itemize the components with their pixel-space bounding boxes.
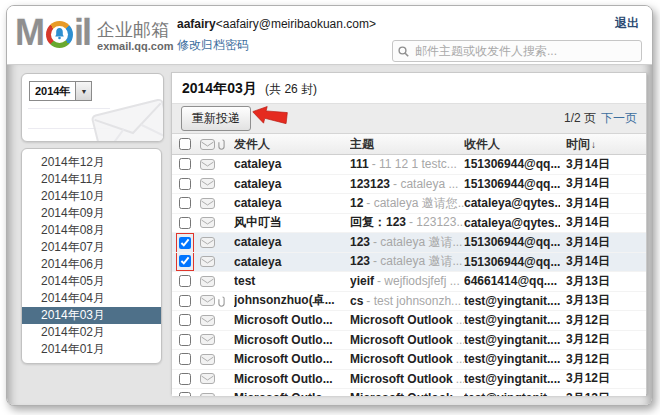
recipient-cell: test@yingtanit....: [464, 294, 560, 308]
mail-table-row[interactable]: Microsoft Outlo... Microsoft Outlook... …: [172, 311, 646, 331]
column-time[interactable]: 时间↓: [560, 136, 646, 153]
search-box[interactable]: [392, 40, 642, 62]
recipient-cell: 151306944@qq...: [464, 177, 560, 191]
recipient-cell: test@yingtanit....: [464, 352, 560, 366]
month-list-item[interactable]: 2014年03月: [22, 307, 161, 324]
mail-table-row[interactable]: cataleya 123123- cataleya ... 151306944@…: [172, 175, 646, 195]
user-name: aafairy: [177, 17, 216, 31]
logout-link[interactable]: 退出: [615, 15, 639, 32]
month-list-item[interactable]: 2014年11月: [22, 171, 161, 188]
time-cell: 3月14日: [560, 253, 646, 270]
exmail-logo: M il 企业邮箱 exmail.qq.com: [15, 12, 173, 54]
mail-table-row[interactable]: Microsoft Outlo... Microsoft Outlook... …: [172, 350, 646, 370]
sender-cell: Microsoft Outlo...: [234, 391, 350, 396]
month-list-item[interactable]: 2014年09月: [22, 205, 161, 222]
subject-cell: 123- cataleya 邀请...: [350, 253, 464, 270]
time-cell: 3月14日: [560, 156, 646, 173]
recipient-cell: test@yingtanit....: [464, 391, 560, 396]
page-info: 1/2 页: [564, 111, 596, 125]
row-checkbox[interactable]: [179, 353, 191, 365]
subject-cell: 123- cataleya 邀请...: [350, 234, 464, 251]
table-header: 发件人 主题 收件人 时间↓: [172, 134, 646, 155]
row-checkbox[interactable]: [179, 255, 191, 267]
row-checkbox[interactable]: [179, 334, 191, 346]
recipient-cell: 151306944@qq...: [464, 255, 560, 269]
mail-table-row[interactable]: Microsoft Outlo... Microsoft Outlook... …: [172, 370, 646, 390]
subject-cell: 111- 11 12 1 testc...: [350, 157, 464, 171]
row-checkbox[interactable]: [179, 275, 191, 287]
redeliver-button[interactable]: 重新投递: [181, 106, 251, 131]
select-all-checkbox[interactable]: [179, 138, 191, 150]
year-selector-panel: 2014年 ▼: [21, 73, 164, 142]
row-checkbox[interactable]: [179, 392, 191, 396]
brand-domain: exmail.qq.com: [97, 40, 173, 53]
month-list-item[interactable]: 2014年12月: [22, 154, 161, 171]
recipient-cell: test@yingtanit....: [464, 372, 560, 386]
recipient-cell: 151306944@qq...: [464, 235, 560, 249]
row-checkbox[interactable]: [179, 314, 191, 326]
sort-desc-icon: ↓: [591, 139, 596, 150]
time-cell: 3月12日: [560, 390, 646, 396]
app-window: M il 企业邮箱 exmail.qq.com aafairy<aafairy@…: [6, 5, 653, 406]
column-sender[interactable]: 发件人: [234, 136, 350, 153]
month-list-item[interactable]: 2014年05月: [22, 273, 161, 290]
pagination: 1/2 页下一页: [564, 110, 637, 127]
red-arrow-annotation-icon: [250, 100, 291, 132]
sender-cell: cataleya: [234, 177, 350, 191]
subject-cell: Microsoft Outlook...: [350, 313, 464, 327]
envelope-icon: [200, 295, 215, 306]
sender-cell: Microsoft Outlo...: [234, 372, 350, 386]
mail-table-row[interactable]: johnsonzhuo(卓... cs- test johnsonzh... t…: [172, 292, 646, 312]
envelope-icon: [200, 256, 215, 267]
month-list-item[interactable]: 2014年10月: [22, 188, 161, 205]
row-checkbox[interactable]: [179, 197, 191, 209]
row-checkbox[interactable]: [179, 295, 191, 307]
month-list-item[interactable]: 2014年02月: [22, 324, 161, 341]
next-page-link[interactable]: 下一页: [601, 111, 637, 125]
recipient-cell: 64661414@qq....: [464, 274, 560, 288]
month-list-item[interactable]: 2014年07月: [22, 239, 161, 256]
subject-cell: yieif- wejfiodsjfefj ...: [350, 274, 464, 288]
change-archive-password-link[interactable]: 修改归档密码: [177, 37, 249, 54]
mail-table-row[interactable]: cataleya 12- cataleya 邀请您... cataleya@qy…: [172, 194, 646, 214]
envelope-icon: [200, 393, 215, 396]
subject-cell: Microsoft Outlook...: [350, 391, 464, 396]
mail-table-row[interactable]: cataleya 111- 11 12 1 testc... 151306944…: [172, 155, 646, 175]
column-subject[interactable]: 主题: [350, 136, 464, 153]
row-checkbox[interactable]: [179, 237, 191, 249]
mail-table-row[interactable]: Microsoft Outlo... Microsoft Outlook... …: [172, 389, 646, 396]
month-list-item[interactable]: 2014年01月: [22, 341, 161, 358]
sender-cell: johnsonzhuo(卓...: [234, 292, 350, 309]
mail-table-row[interactable]: Microsoft Outlo... Microsoft Outlook... …: [172, 331, 646, 351]
page-body: 2014年 ▼ 2014年12月2014年11月2014年10月2014年09月…: [7, 64, 652, 405]
month-list-item[interactable]: 2014年06月: [22, 256, 161, 273]
toolbar: 重新投递 1/2 页下一页: [172, 103, 646, 134]
subject-cell: 回复：123- 123123...: [350, 214, 464, 231]
user-info: aafairy<aafairy@meiribaokuan.com> 修改归档密码: [177, 17, 376, 54]
subject-cell: cs- test johnsonzh...: [350, 294, 464, 308]
envelope-icon: [200, 237, 215, 248]
row-checkbox[interactable]: [179, 217, 191, 229]
chevron-down-icon[interactable]: ▼: [75, 82, 91, 100]
time-cell: 3月13日: [560, 273, 646, 290]
mail-table-row[interactable]: cataleya 123- cataleya 邀请... 151306944@q…: [172, 253, 646, 273]
row-checkbox[interactable]: [179, 178, 191, 190]
sender-cell: Microsoft Outlo...: [234, 333, 350, 347]
row-checkbox[interactable]: [179, 158, 191, 170]
mail-table-row[interactable]: 风中叮当 回复：123- 123123... cataleya@qytes...…: [172, 214, 646, 234]
search-input[interactable]: [413, 43, 636, 59]
column-recipient[interactable]: 收件人: [464, 136, 560, 153]
envelope-icon: [200, 217, 215, 228]
mail-table-row[interactable]: test yieif- wejfiodsjfefj ... 64661414@q…: [172, 272, 646, 292]
row-checkbox[interactable]: [179, 373, 191, 385]
month-list-item[interactable]: 2014年04月: [22, 290, 161, 307]
search-icon: [398, 46, 409, 57]
month-list-item[interactable]: 2014年08月: [22, 222, 161, 239]
mail-table-row[interactable]: cataleya 123- cataleya 邀请... 151306944@q…: [172, 233, 646, 253]
year-dropdown[interactable]: 2014年 ▼: [29, 81, 92, 101]
subject-cell: Microsoft Outlook...: [350, 333, 464, 347]
logo-letters-il: il: [74, 12, 90, 54]
envelope-icon: [200, 354, 215, 365]
recipient-cell: cataleya@qytes...: [464, 196, 560, 210]
paperclip-icon: [217, 138, 225, 150]
